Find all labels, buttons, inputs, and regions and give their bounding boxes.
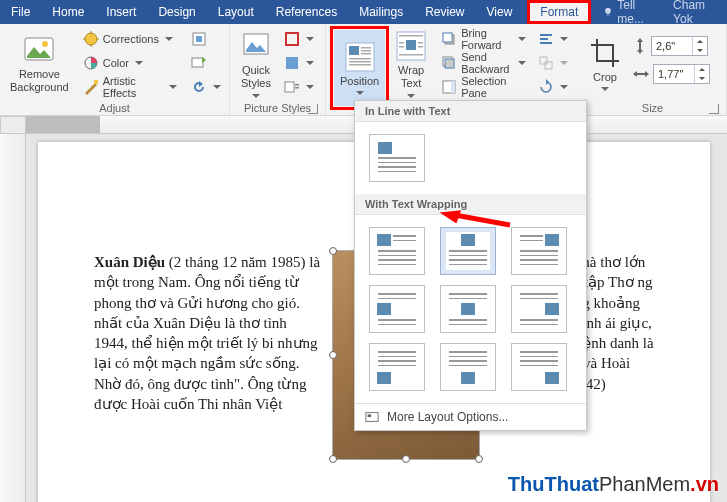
corrections-button[interactable]: Corrections: [79, 28, 181, 50]
picture-layout-button[interactable]: [280, 76, 318, 98]
send-backward-button[interactable]: Send Backward: [437, 52, 530, 74]
svg-rect-34: [451, 81, 455, 93]
reset-picture-button[interactable]: [187, 76, 225, 98]
rotate-icon: [538, 79, 554, 95]
tab-mailings[interactable]: Mailings: [348, 0, 414, 24]
ribbon-tabs: File Home Insert Design Layout Reference…: [0, 0, 727, 24]
svg-rect-37: [540, 42, 552, 44]
resize-handle-bl[interactable]: [329, 455, 337, 463]
picture-border-button[interactable]: [280, 28, 318, 50]
group-size-label: Size: [583, 102, 722, 116]
group-picture-styles-label: Picture Styles: [234, 102, 321, 116]
picture-styles-dialog-launcher[interactable]: [308, 104, 318, 114]
color-icon: [83, 55, 99, 71]
quick-styles-button[interactable]: QuickStyles: [234, 26, 278, 102]
tab-view[interactable]: View: [476, 0, 524, 24]
svg-rect-6: [192, 58, 203, 67]
width-value: 1,77": [654, 68, 694, 80]
change-picture-button[interactable]: [187, 52, 225, 74]
svg-rect-10: [285, 82, 294, 92]
resize-handle-lm[interactable]: [329, 351, 337, 359]
svg-rect-23: [399, 35, 423, 37]
svg-rect-26: [399, 46, 404, 48]
compress-icon: [191, 31, 207, 47]
tab-references[interactable]: References: [265, 0, 348, 24]
svg-rect-38: [540, 57, 547, 64]
remove-background-icon: [23, 34, 55, 66]
send-backward-icon: [441, 55, 457, 71]
account-name[interactable]: Cham Yok: [665, 0, 727, 24]
width-spin-up[interactable]: [695, 65, 709, 74]
tab-file[interactable]: File: [0, 0, 41, 24]
tab-layout[interactable]: Layout: [207, 0, 265, 24]
svg-rect-19: [349, 61, 371, 63]
svg-rect-35: [540, 34, 552, 36]
resize-handle-tl[interactable]: [329, 247, 337, 255]
position-top-left[interactable]: [369, 227, 425, 275]
crop-button[interactable]: Crop: [583, 26, 627, 102]
position-middle-right[interactable]: [511, 285, 567, 333]
svg-rect-17: [361, 53, 371, 55]
rotate-button[interactable]: [534, 76, 572, 98]
artistic-effects-button[interactable]: Artistic Effects: [79, 76, 181, 98]
compress-pictures-button[interactable]: [187, 28, 225, 50]
svg-rect-22: [406, 40, 416, 50]
position-top-right[interactable]: [511, 227, 567, 275]
svg-rect-20: [349, 64, 371, 66]
change-picture-icon: [191, 55, 207, 71]
tab-home[interactable]: Home: [41, 0, 95, 24]
svg-rect-16: [361, 50, 371, 52]
tab-design[interactable]: Design: [147, 0, 206, 24]
align-icon: [538, 31, 554, 47]
position-bottom-right[interactable]: [511, 343, 567, 391]
artistic-effects-icon: [83, 79, 99, 95]
lightbulb-icon: [603, 6, 613, 18]
width-spin-down[interactable]: [695, 74, 709, 83]
width-input[interactable]: 1,77": [653, 64, 710, 84]
picture-layout-icon: [284, 79, 300, 95]
position-middle-left[interactable]: [369, 285, 425, 333]
svg-rect-18: [349, 58, 371, 60]
tell-me-label: Tell me...: [617, 0, 657, 26]
resize-handle-br[interactable]: [475, 455, 483, 463]
tab-format[interactable]: Format: [530, 3, 588, 21]
svg-rect-25: [418, 42, 423, 44]
height-input[interactable]: 2,6": [651, 36, 708, 56]
resize-handle-bm[interactable]: [402, 455, 410, 463]
width-icon: [633, 67, 649, 81]
svg-rect-28: [399, 54, 423, 56]
svg-rect-42: [368, 414, 372, 417]
size-dialog-launcher[interactable]: [709, 104, 719, 114]
wrap-text-button[interactable]: WrapText: [389, 26, 433, 102]
vertical-ruler[interactable]: [0, 134, 26, 502]
svg-rect-4: [94, 80, 98, 84]
selection-pane-button[interactable]: Selection Pane: [437, 76, 530, 98]
reset-picture-icon: [191, 79, 207, 95]
highlight-position-button: Position: [330, 26, 389, 110]
svg-rect-24: [399, 42, 404, 44]
position-button[interactable]: Position: [334, 30, 385, 106]
position-middle-center[interactable]: [440, 285, 496, 333]
svg-rect-39: [545, 62, 552, 69]
svg-marker-44: [439, 202, 463, 224]
position-bottom-left[interactable]: [369, 343, 425, 391]
position-bottom-center[interactable]: [440, 343, 496, 391]
svg-rect-15: [361, 47, 371, 49]
height-spin-down[interactable]: [693, 46, 707, 55]
height-spin-up[interactable]: [693, 37, 707, 46]
bring-forward-button[interactable]: Bring Forward: [437, 28, 530, 50]
picture-effects-icon: [284, 55, 300, 71]
color-button[interactable]: Color: [79, 52, 181, 74]
remove-background-button[interactable]: RemoveBackground: [4, 26, 75, 102]
wrap-text-icon: [395, 30, 427, 62]
svg-rect-30: [443, 33, 452, 42]
more-layout-options[interactable]: More Layout Options...: [355, 403, 586, 430]
position-inline-with-text[interactable]: [369, 134, 425, 182]
tab-review[interactable]: Review: [414, 0, 475, 24]
align-button[interactable]: [534, 28, 572, 50]
tell-me-search[interactable]: Tell me...: [595, 0, 665, 24]
group-icon: [538, 55, 554, 71]
tab-insert[interactable]: Insert: [95, 0, 147, 24]
picture-effects-button[interactable]: [280, 52, 318, 74]
group-objects-button[interactable]: [534, 52, 572, 74]
